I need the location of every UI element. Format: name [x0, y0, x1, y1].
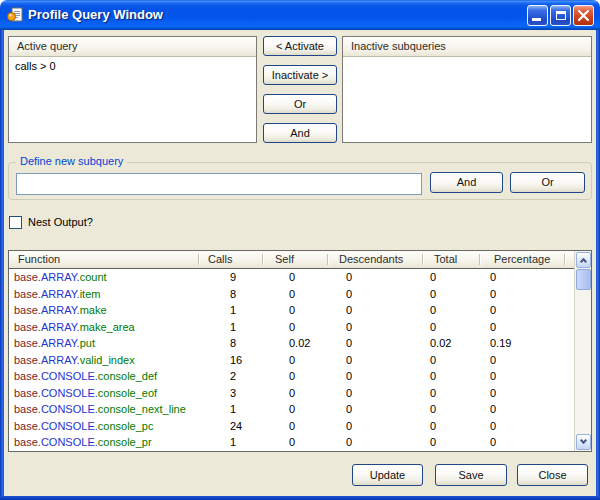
table-rows: base.ARRAY.count90000base.ARRAY.item8000… — [9, 269, 574, 451]
column-header-function[interactable]: Function — [18, 251, 60, 269]
cell-total: 0 — [430, 352, 436, 369]
close-button[interactable]: Close — [517, 464, 588, 486]
window-border-bottom — [0, 496, 600, 500]
cell-total: 0 — [430, 418, 436, 435]
cell-calls: 3 — [230, 385, 236, 402]
subquery-input[interactable] — [16, 173, 422, 195]
function-name: base.ARRAY.item — [14, 286, 100, 303]
chevron-up-icon — [580, 258, 587, 265]
cell-self: 0 — [289, 418, 295, 435]
and-subquery-button[interactable]: And — [430, 172, 503, 193]
table-row[interactable]: base.CONSOLE.console_next_line10000 — [9, 401, 574, 418]
cell-total: 0 — [430, 385, 436, 402]
cell-descendants: 0 — [346, 418, 352, 435]
table-row[interactable]: base.CONSOLE.console_eof30000 — [9, 385, 574, 402]
chevron-down-icon — [580, 437, 587, 444]
column-header-total[interactable]: Total — [434, 251, 457, 269]
cell-descendants: 0 — [346, 335, 352, 352]
scrollbar-thumb[interactable] — [576, 269, 591, 290]
function-name: base.ARRAY.make — [14, 302, 107, 319]
close-window-button[interactable] — [573, 5, 594, 26]
function-name: base.CONSOLE.console_next_line — [14, 401, 186, 418]
cell-calls: 1 — [230, 319, 236, 336]
cell-total: 0 — [430, 401, 436, 418]
cell-self: 0 — [289, 319, 295, 336]
cell-calls: 2 — [230, 368, 236, 385]
cell-total: 0 — [430, 319, 436, 336]
or-transfer-button[interactable]: Or — [263, 94, 337, 114]
table-row[interactable]: base.ARRAY.item80000 — [9, 286, 574, 303]
header-separator — [262, 254, 263, 265]
column-header-calls[interactable]: Calls — [208, 251, 232, 269]
and-transfer-button[interactable]: And — [263, 123, 337, 143]
active-query-list[interactable]: calls > 0 — [9, 57, 256, 141]
update-button[interactable]: Update — [352, 464, 423, 486]
cell-calls: 8 — [230, 335, 236, 352]
cell-calls: 1 — [230, 302, 236, 319]
table-row[interactable]: base.ARRAY.make_area10000 — [9, 319, 574, 336]
cell-self: 0 — [289, 434, 295, 451]
table-row[interactable]: base.ARRAY.put80.0200.020.19 — [9, 335, 574, 352]
cell-descendants: 0 — [346, 302, 352, 319]
cell-self: 0 — [289, 401, 295, 418]
inactive-subqueries-header: Inactive subqueries — [343, 37, 591, 57]
cell-calls: 1 — [230, 401, 236, 418]
cell-percentage: 0 — [490, 368, 496, 385]
close-icon — [574, 6, 593, 25]
header-separator — [198, 254, 199, 265]
table-row[interactable]: base.ARRAY.count90000 — [9, 269, 574, 286]
or-subquery-button[interactable]: Or — [510, 172, 585, 193]
column-header-percentage[interactable]: Percentage — [494, 251, 550, 269]
minimize-button[interactable] — [527, 5, 548, 26]
cell-self: 0 — [289, 368, 295, 385]
scroll-down-button[interactable] — [576, 434, 591, 450]
cell-calls: 24 — [230, 418, 242, 435]
inactive-subqueries-panel: Inactive subqueries — [342, 36, 592, 143]
scroll-up-button[interactable] — [576, 252, 591, 268]
cell-descendants: 0 — [346, 352, 352, 369]
cell-self: 0 — [289, 352, 295, 369]
cell-self: 0 — [289, 286, 295, 303]
cell-percentage: 0.19 — [490, 335, 511, 352]
header-separator — [564, 254, 565, 265]
profile-query-window: Profile Query Window Active query calls … — [0, 0, 600, 500]
active-query-panel: Active query calls > 0 — [8, 36, 257, 143]
table-row[interactable]: base.CONSOLE.console_pr10000 — [9, 434, 574, 451]
header-separator — [422, 254, 423, 265]
table-row[interactable]: base.ARRAY.valid_index160000 — [9, 352, 574, 369]
title-bar[interactable]: Profile Query Window — [0, 0, 600, 30]
cell-self: 0 — [289, 269, 295, 286]
cell-percentage: 0 — [490, 418, 496, 435]
cell-descendants: 0 — [346, 286, 352, 303]
table-header: Function Calls Self Descendants Total Pe… — [9, 251, 574, 269]
column-header-descendants[interactable]: Descendants — [339, 251, 403, 269]
activate-button[interactable]: < Activate — [263, 36, 337, 56]
cell-total: 0 — [430, 368, 436, 385]
function-table: Function Calls Self Descendants Total Pe… — [8, 250, 592, 452]
cell-self: 0.02 — [289, 335, 310, 352]
save-button[interactable]: Save — [435, 464, 507, 486]
table-row[interactable]: base.ARRAY.make10000 — [9, 302, 574, 319]
cell-percentage: 0 — [490, 269, 496, 286]
cell-total: 0 — [430, 434, 436, 451]
maximize-button[interactable] — [550, 5, 571, 26]
function-name: base.ARRAY.valid_index — [14, 352, 135, 369]
cell-percentage: 0 — [490, 385, 496, 402]
nest-output-label: Nest Output? — [28, 216, 93, 229]
cell-percentage: 0 — [490, 352, 496, 369]
active-query-item[interactable]: calls > 0 — [15, 60, 56, 72]
table-row[interactable]: base.CONSOLE.console_pc240000 — [9, 418, 574, 435]
inactive-subqueries-list[interactable] — [343, 57, 591, 141]
cell-percentage: 0 — [490, 319, 496, 336]
dialog-content: Active query calls > 0 < Activate Inacti… — [4, 30, 596, 496]
nest-output-checkbox[interactable] — [9, 216, 22, 229]
cell-calls: 8 — [230, 286, 236, 303]
cell-percentage: 0 — [490, 286, 496, 303]
vertical-scrollbar[interactable] — [574, 251, 591, 451]
active-query-header: Active query — [9, 37, 256, 57]
table-row[interactable]: base.CONSOLE.console_def20000 — [9, 368, 574, 385]
inactivate-button[interactable]: Inactivate > — [263, 65, 337, 85]
column-header-self[interactable]: Self — [275, 251, 294, 269]
header-separator — [479, 254, 480, 265]
cell-calls: 9 — [230, 269, 236, 286]
